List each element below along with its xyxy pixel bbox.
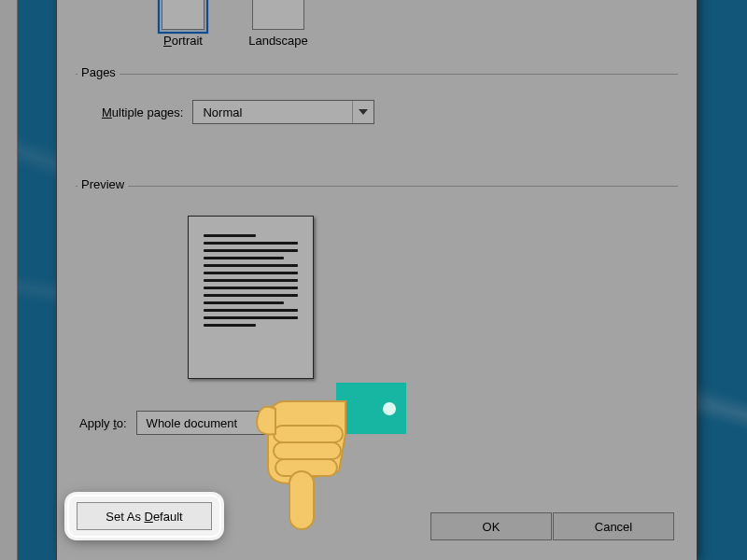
group-divider: [76, 186, 678, 187]
button-label: Cancel: [595, 520, 632, 534]
preview-text-line: [204, 301, 284, 304]
preview-group: Preview: [76, 186, 678, 419]
group-divider: [76, 74, 678, 75]
pages-group-title: Pages: [78, 65, 120, 79]
multiple-pages-dropdown-button[interactable]: [352, 101, 374, 123]
apply-to-value: Whole document: [137, 416, 268, 430]
portrait-page-icon: [162, 0, 204, 30]
preview-text-line: [204, 324, 256, 327]
preview-text-line: [204, 287, 298, 289]
button-label: OK: [483, 520, 500, 534]
preview-text-line: [204, 264, 298, 267]
preview-text-line: [204, 309, 298, 312]
apply-to-dropdown-button[interactable]: [268, 412, 289, 434]
dialog-content: Portrait Landscape Pages Multiple pages:…: [76, 0, 678, 560]
apply-to-dropdown[interactable]: Whole document: [136, 411, 290, 435]
multiple-pages-label: Multiple pages:: [102, 105, 183, 119]
orientation-landscape-option[interactable]: Landscape: [246, 0, 311, 48]
chevron-down-icon: [275, 420, 284, 426]
cancel-button[interactable]: Cancel: [553, 512, 674, 540]
preview-text-line: [204, 294, 298, 297]
apply-to-label: Apply to:: [79, 416, 127, 430]
set-as-default-button[interactable]: Set As Default: [77, 502, 212, 530]
orientation-portrait-label: Portrait: [150, 34, 216, 48]
desktop-background: Portrait Landscape Pages Multiple pages:…: [0, 0, 747, 560]
preview-text-line: [204, 279, 298, 282]
preview-text-line: [204, 234, 256, 237]
multiple-pages-field: Multiple pages: Normal: [102, 100, 374, 124]
multiple-pages-value: Normal: [193, 105, 352, 119]
orientation-landscape-label: Landscape: [246, 34, 311, 48]
apply-to-field: Apply to: Whole document: [79, 411, 290, 435]
chevron-down-icon: [359, 109, 368, 115]
landscape-page-icon: [252, 0, 304, 30]
background-window-sliver: [0, 0, 18, 560]
preview-text-line: [204, 242, 298, 245]
orientation-portrait-option[interactable]: Portrait: [150, 0, 216, 48]
page-preview-thumbnail: [188, 216, 314, 379]
preview-text-line: [204, 257, 284, 259]
tutorial-highlight: Set As Default: [67, 495, 221, 538]
preview-text-line: [204, 316, 298, 319]
preview-text-line: [204, 249, 298, 252]
orientation-row: Portrait Landscape: [150, 0, 311, 48]
preview-group-title: Preview: [78, 177, 128, 191]
ok-button[interactable]: OK: [430, 512, 552, 540]
preview-text-line: [204, 272, 298, 274]
button-label: Set As Default: [106, 510, 182, 524]
page-setup-dialog: Portrait Landscape Pages Multiple pages:…: [56, 0, 698, 560]
multiple-pages-dropdown[interactable]: Normal: [192, 100, 374, 124]
